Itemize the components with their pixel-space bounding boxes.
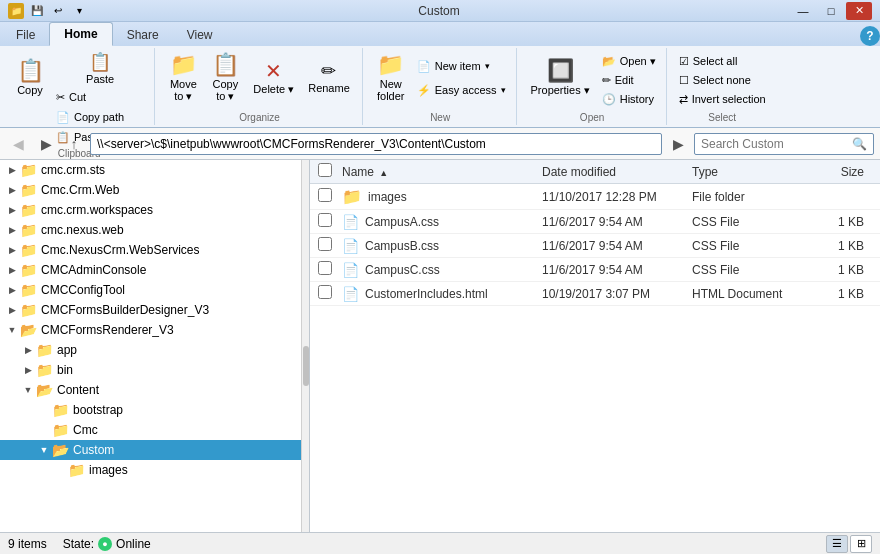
header-checkbox[interactable] [318,163,342,180]
back-button[interactable]: ◀ [6,132,30,156]
invert-selection-button[interactable]: ⇄ Invert selection [675,90,770,108]
tree-item-label: Cmc.Crm.Web [41,183,119,197]
sidebar-item-cmc-nexus-web[interactable]: ▶ 📁 cmc.nexus.web [0,220,309,240]
tree-item-label: bootstrap [73,403,123,417]
file-checkbox[interactable] [318,188,332,202]
folder-icon: 📁 [52,402,69,418]
address-input[interactable] [90,133,662,155]
delete-button[interactable]: ✕ Delete ▾ [247,50,300,106]
cut-button[interactable]: ✂ Cut [52,88,148,106]
sidebar-item-cmc-crm-web[interactable]: ▶ 📁 Cmc.Crm.Web [0,180,309,200]
help-button[interactable]: ? [860,26,880,46]
edit-button[interactable]: ✏ Edit [598,71,660,89]
search-input[interactable] [701,137,852,151]
delete-label: Delete ▾ [253,83,294,96]
file-row-campusa[interactable]: 📄 CampusA.css 11/6/2017 9:54 AM CSS File… [310,210,880,234]
paste-button[interactable]: 📋 Paste [52,52,148,86]
search-icon: 🔍 [852,137,867,151]
select-content: ☑ Select all ☐ Select none ⇄ Invert sele… [675,50,770,110]
select-all-checkbox[interactable] [318,163,332,177]
quick-undo-btn[interactable]: ↩ [49,3,67,19]
go-button[interactable]: ▶ [666,132,690,156]
sidebar-item-cmc-crm-sts[interactable]: ▶ 📁 cmc.crm.sts [0,160,309,180]
tree-item-label: CMCConfigTool [41,283,125,297]
file-row-campusb[interactable]: 📄 CampusB.css 11/6/2017 9:54 AM CSS File… [310,234,880,258]
tree-item-label: app [57,343,77,357]
header-name-label: Name [342,165,374,179]
window-title: Custom [88,4,790,18]
tree-item-label: CMCFormsBuilderDesigner_V3 [41,303,209,317]
sidebar-item-cmcconfigtool[interactable]: ▶ 📁 CMCConfigTool [0,280,309,300]
properties-button[interactable]: 🔲 Properties ▾ [525,50,596,106]
sidebar-item-cmcadminconsole[interactable]: ▶ 📁 CMCAdminConsole [0,260,309,280]
quick-customize-btn[interactable]: ▾ [70,3,88,19]
history-button[interactable]: 🕒 History [598,90,660,108]
forward-button[interactable]: ▶ [34,132,58,156]
sidebar-scrollbar[interactable] [301,160,309,532]
minimize-button[interactable]: — [790,2,816,20]
close-button[interactable]: ✕ [846,2,872,20]
invert-selection-icon: ⇄ [679,93,688,106]
open-button[interactable]: 📂 Open ▾ [598,52,660,70]
cut-icon: ✂ [56,91,65,104]
sidebar-item-app[interactable]: ▶ 📁 app [0,340,309,360]
new-item-button[interactable]: 📄 New item ▾ [413,52,510,80]
tab-view[interactable]: View [173,24,227,46]
history-label: History [620,93,654,105]
sidebar-item-content[interactable]: ▼ 📂 Content [0,380,309,400]
sidebar-item-cmcformsbuilderdesigner[interactable]: ▶ 📁 CMCFormsBuilderDesigner_V3 [0,300,309,320]
file-row-customerincludes[interactable]: 📄 CustomerIncludes.html 10/19/2017 3:07 … [310,282,880,306]
header-name[interactable]: Name ▲ [342,165,542,179]
maximize-button[interactable]: □ [818,2,844,20]
sidebar-item-cmc-crm-workspaces[interactable]: ▶ 📁 cmc.crm.workspaces [0,200,309,220]
easy-access-label: Easy access [435,84,497,96]
sidebar-item-cmc[interactable]: ▶ 📁 Cmc [0,420,309,440]
file-checkbox[interactable] [318,237,332,251]
header-date[interactable]: Date modified [542,165,692,179]
tab-home[interactable]: Home [49,22,112,46]
rename-button[interactable]: ✏ Rename [302,50,356,106]
tab-share[interactable]: Share [113,24,173,46]
tree-item-label: cmc.nexus.web [41,223,124,237]
file-checkbox[interactable] [318,213,332,227]
sidebar-item-custom[interactable]: ▼ 📂 Custom [0,440,309,460]
new-item-label: New item [435,60,481,72]
tree-item-label: Cmc [73,423,98,437]
expand-arrow: ▼ [4,325,20,335]
header-type[interactable]: Type [692,165,812,179]
copy-path-button[interactable]: 📄 Copy path [52,108,148,126]
move-to-button[interactable]: 📁 Moveto ▾ [163,50,203,106]
details-view-button[interactable]: ☰ [826,535,848,553]
easy-access-button[interactable]: ⚡ Easy access ▾ [413,81,510,99]
file-checkbox[interactable] [318,285,332,299]
folder-icon: 📁 [20,162,37,178]
sidebar-item-cmc-nexuscrm-webservices[interactable]: ▶ 📁 Cmc.NexusCrm.WebServices [0,240,309,260]
file-row-images[interactable]: 📁 images 11/10/2017 12:28 PM File folder [310,184,880,210]
expand-arrow: ▶ [4,225,20,235]
organize-content: 📁 Moveto ▾ 📋 Copyto ▾ ✕ Delete ▾ ✏ Renam… [163,50,355,110]
tree-item-label: cmc.crm.workspaces [41,203,153,217]
select-none-button[interactable]: ☐ Select none [675,71,770,89]
up-button[interactable]: ↑ [62,132,86,156]
tab-file[interactable]: File [2,24,49,46]
large-icons-view-button[interactable]: ⊞ [850,535,872,553]
copy-button[interactable]: 📋 Copy [10,50,50,106]
sidebar-item-bin[interactable]: ▶ 📁 bin [0,360,309,380]
quick-save-btn[interactable]: 💾 [28,3,46,19]
expand-arrow: ▶ [20,345,36,355]
sidebar-item-bootstrap[interactable]: ▶ 📁 bootstrap [0,400,309,420]
file-row-campusc[interactable]: 📄 CampusC.css 11/6/2017 9:54 AM CSS File… [310,258,880,282]
copy-to-button[interactable]: 📋 Copyto ▾ [205,50,245,106]
sidebar-item-cmcformsrenderer[interactable]: ▼ 📂 CMCFormsRenderer_V3 [0,320,309,340]
file-list: Name ▲ Date modified Type Size 📁 images … [310,160,880,532]
file-type: File folder [692,190,812,204]
select-all-icon: ☑ [679,55,689,68]
ribbon: 📋 Copy 📋 Paste ✂ Cut 📄 Copy path 📋 [0,46,880,128]
header-size[interactable]: Size [812,165,872,179]
file-checkbox[interactable] [318,261,332,275]
expand-arrow: ▶ [20,365,36,375]
invert-selection-label: Invert selection [692,93,766,105]
select-all-button[interactable]: ☑ Select all [675,52,770,70]
new-folder-button[interactable]: 📁 Newfolder [371,50,411,106]
sidebar-item-images[interactable]: 📁 images [0,460,309,480]
